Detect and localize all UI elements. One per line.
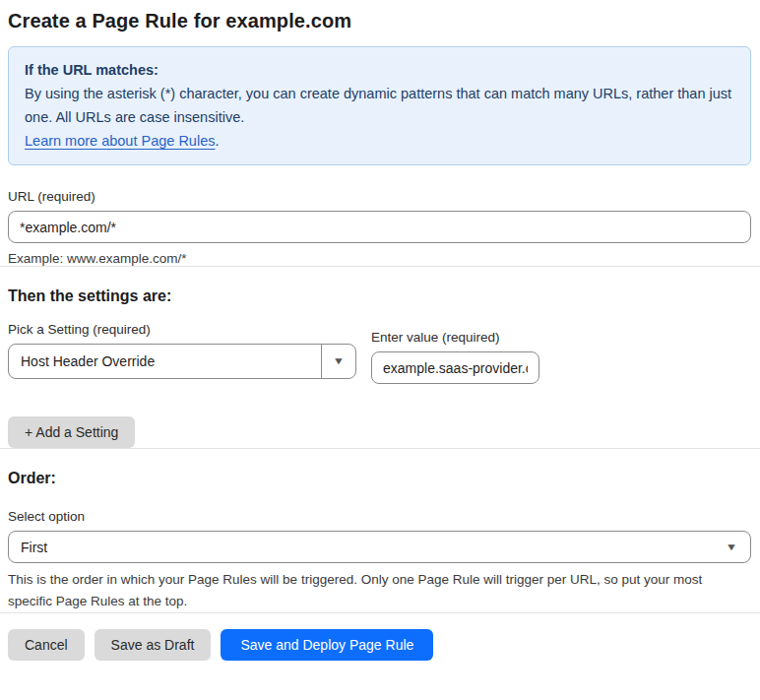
info-link-line: Learn more about Page Rules.	[25, 129, 734, 153]
enter-value-label: Enter value (required)	[371, 330, 539, 345]
pick-setting-arrow-button[interactable]: ▼	[321, 345, 355, 378]
divider	[0, 612, 760, 613]
info-box-heading: If the URL matches:	[25, 58, 734, 82]
order-select[interactable]: First ▼	[8, 531, 751, 563]
url-input[interactable]	[8, 211, 751, 243]
settings-row: Pick a Setting (required) Host Header Ov…	[8, 322, 751, 384]
divider	[0, 448, 760, 449]
order-select-value: First	[9, 540, 47, 555]
info-box-body: By using the asterisk (*) character, you…	[25, 82, 734, 129]
enter-value-column: Enter value (required)	[371, 330, 539, 384]
cancel-button[interactable]: Cancel	[8, 629, 85, 661]
pick-setting-value: Host Header Override	[9, 353, 321, 369]
order-section-heading: Order:	[8, 470, 751, 487]
url-match-info-box: If the URL matches: By using the asteris…	[8, 46, 751, 165]
url-field-label: URL (required)	[8, 189, 751, 204]
save-as-draft-button[interactable]: Save as Draft	[95, 629, 212, 661]
chevron-down-icon: ▼	[726, 542, 737, 552]
setting-value-input[interactable]	[371, 351, 539, 384]
link-period: .	[215, 133, 219, 149]
order-select-label: Select option	[8, 509, 751, 524]
chevron-down-icon: ▼	[333, 356, 345, 366]
pick-setting-column: Pick a Setting (required) Host Header Ov…	[8, 322, 356, 384]
pick-setting-select[interactable]: Host Header Override ▼	[8, 344, 356, 379]
url-helper-text: Example: www.example.com/*	[8, 251, 751, 266]
page-title: Create a Page Rule for example.com	[8, 10, 751, 32]
create-page-rule-form: Create a Page Rule for example.com If th…	[0, 0, 760, 661]
pick-setting-label: Pick a Setting (required)	[8, 322, 356, 337]
learn-more-link[interactable]: Learn more about Page Rules	[25, 133, 215, 149]
order-helper-text: This is the order in which your Page Rul…	[8, 569, 736, 612]
footer-button-row: Cancel Save as Draft Save and Deploy Pag…	[8, 629, 751, 661]
divider	[0, 266, 760, 267]
save-and-deploy-button[interactable]: Save and Deploy Page Rule	[221, 629, 433, 661]
settings-section-heading: Then the settings are:	[8, 287, 751, 305]
add-setting-button[interactable]: + Add a Setting	[8, 416, 135, 448]
